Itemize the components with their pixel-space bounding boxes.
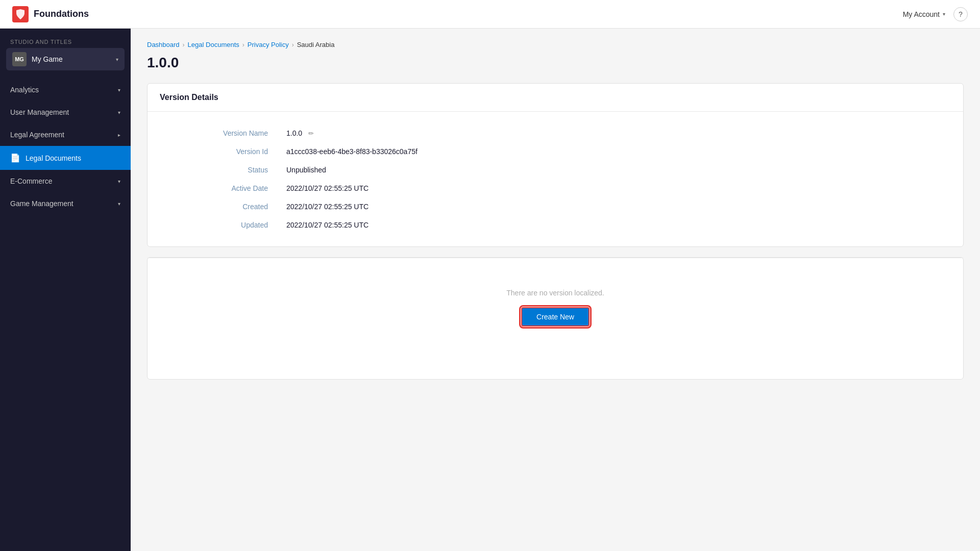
- active-date-label: Active Date: [168, 179, 280, 197]
- breadcrumb-sep-1: ›: [183, 41, 185, 48]
- breadcrumb-saudi-arabia: Saudi Arabia: [297, 41, 335, 48]
- version-details-table: Version Name 1.0.0 ✏ Version Id a1ccc038…: [168, 124, 943, 234]
- help-button[interactable]: ?: [953, 7, 968, 21]
- game-management-label: Game Management: [10, 199, 74, 208]
- version-name-row: Version Name 1.0.0 ✏: [168, 124, 943, 142]
- game-selector[interactable]: MG My Game ▾: [6, 48, 125, 70]
- sidebar: Studio and Titles MG My Game ▾ Analytics…: [0, 29, 131, 551]
- app-name: Foundations: [34, 9, 89, 19]
- version-name-edit-icon[interactable]: ✏: [308, 130, 314, 137]
- account-label: My Account: [903, 10, 940, 18]
- version-details-header: Version Details: [148, 84, 963, 112]
- logo[interactable]: Foundations: [12, 6, 89, 22]
- breadcrumb-sep-3: ›: [292, 41, 294, 48]
- version-details-card: Version Details Version Name 1.0.0 ✏ Ver…: [147, 83, 964, 247]
- user-management-chevron-icon: ▾: [118, 110, 120, 115]
- updated-value: 2022/10/27 02:55:25 UTC: [280, 216, 943, 234]
- sidebar-item-e-commerce[interactable]: E-Commerce ▾: [0, 170, 131, 192]
- app-body: Studio and Titles MG My Game ▾ Analytics…: [0, 29, 980, 551]
- version-details-title: Version Details: [160, 93, 218, 102]
- created-value: 2022/10/27 02:55:25 UTC: [280, 197, 943, 216]
- version-id-label: Version Id: [168, 142, 280, 161]
- main-content: Dashboard › Legal Documents › Privacy Po…: [131, 29, 980, 551]
- legal-agreement-chevron-icon: ▸: [118, 132, 120, 138]
- legal-documents-label: Legal Documents: [26, 154, 81, 162]
- breadcrumb-privacy-policy[interactable]: Privacy Policy: [248, 41, 289, 48]
- analytics-label: Analytics: [10, 86, 39, 94]
- breadcrumb-legal-documents[interactable]: Legal Documents: [188, 41, 239, 48]
- version-name-label: Version Name: [168, 124, 280, 142]
- legal-agreement-label: Legal Agreement: [10, 131, 64, 139]
- game-name: My Game: [32, 55, 111, 63]
- updated-label: Updated: [168, 216, 280, 234]
- legal-docs-left: 📄 Legal Documents: [10, 153, 81, 163]
- studio-label: Studio and Titles: [0, 29, 131, 48]
- active-date-row: Active Date 2022/10/27 02:55:25 UTC: [168, 179, 943, 197]
- version-details-body: Version Name 1.0.0 ✏ Version Id a1ccc038…: [148, 112, 963, 246]
- no-version-text: There are no version localized.: [506, 289, 604, 297]
- breadcrumb: Dashboard › Legal Documents › Privacy Po…: [147, 41, 964, 48]
- status-value: Unpublished: [280, 161, 943, 179]
- status-label: Status: [168, 161, 280, 179]
- version-id-row: Version Id a1ccc038-eeb6-4be3-8f83-b3302…: [168, 142, 943, 161]
- account-chevron-icon: ▾: [943, 11, 945, 17]
- localized-versions-card: There are no version localized. Create N…: [147, 257, 964, 380]
- created-label: Created: [168, 197, 280, 216]
- breadcrumb-sep-2: ›: [242, 41, 244, 48]
- help-icon: ?: [959, 10, 963, 18]
- sidebar-item-analytics[interactable]: Analytics ▾: [0, 79, 131, 101]
- game-chevron-icon: ▾: [116, 57, 118, 62]
- breadcrumb-dashboard[interactable]: Dashboard: [147, 41, 180, 48]
- analytics-chevron-icon: ▾: [118, 87, 120, 93]
- game-avatar: MG: [12, 52, 27, 66]
- foundations-logo-icon: [12, 6, 29, 22]
- e-commerce-label: E-Commerce: [10, 177, 52, 185]
- my-account-button[interactable]: My Account ▾: [903, 10, 945, 18]
- topnav-right: My Account ▾ ?: [903, 7, 968, 21]
- version-name-value: 1.0.0 ✏: [280, 124, 943, 142]
- page-title: 1.0.0: [147, 55, 964, 71]
- active-date-value: 2022/10/27 02:55:25 UTC: [280, 179, 943, 197]
- status-row: Status Unpublished: [168, 161, 943, 179]
- sidebar-item-legal-agreement[interactable]: Legal Agreement ▸: [0, 123, 131, 146]
- sidebar-item-game-management[interactable]: Game Management ▾: [0, 192, 131, 215]
- top-navigation: Foundations My Account ▾ ?: [0, 0, 980, 29]
- created-row: Created 2022/10/27 02:55:25 UTC: [168, 197, 943, 216]
- create-new-button[interactable]: Create New: [521, 307, 590, 327]
- sidebar-item-user-management[interactable]: User Management ▾: [0, 101, 131, 123]
- game-management-chevron-icon: ▾: [118, 201, 120, 207]
- user-management-label: User Management: [10, 108, 69, 116]
- e-commerce-chevron-icon: ▾: [118, 179, 120, 184]
- updated-row: Updated 2022/10/27 02:55:25 UTC: [168, 216, 943, 234]
- localized-empty-state: There are no version localized. Create N…: [148, 258, 963, 357]
- legal-documents-icon: 📄: [10, 153, 20, 163]
- sidebar-item-legal-documents[interactable]: 📄 Legal Documents: [0, 146, 131, 170]
- version-id-value: a1ccc038-eeb6-4be3-8f83-b33026c0a75f: [280, 142, 943, 161]
